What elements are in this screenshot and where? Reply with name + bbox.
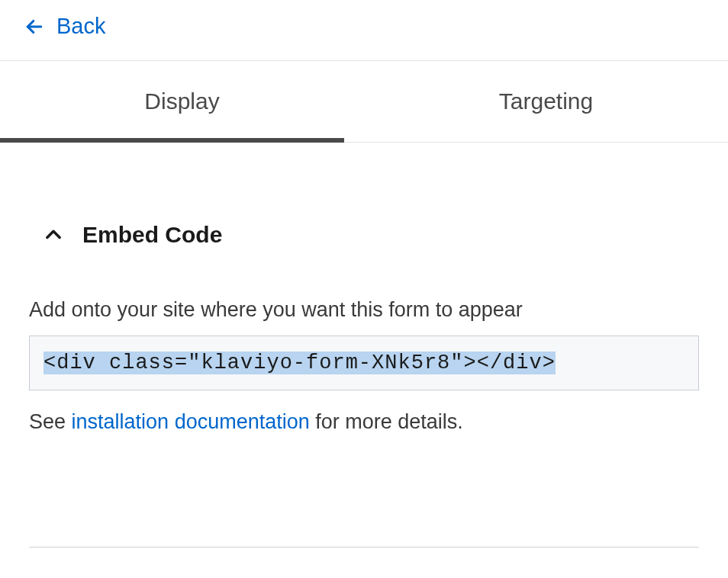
embed-code-box[interactable]: <div class="klaviyo-form-XNk5r8"></div> — [29, 336, 699, 390]
chevron-up-icon — [43, 224, 64, 246]
section-title: Embed Code — [82, 222, 222, 248]
content-area: Embed Code Add onto your site where you … — [0, 143, 728, 547]
tab-targeting[interactable]: Targeting — [364, 61, 728, 142]
tab-display-label: Display — [144, 88, 219, 114]
help-suffix: for more details. — [310, 410, 463, 433]
tab-display[interactable]: Display — [0, 61, 364, 142]
section-divider — [29, 547, 699, 547]
embed-instruction: Add onto your site where you want this f… — [29, 298, 699, 322]
help-text: See installation documentation for more … — [29, 410, 699, 434]
installation-doc-link[interactable]: installation documentation — [72, 410, 310, 433]
tab-bar: Display Targeting — [0, 60, 728, 143]
section-toggle[interactable]: Embed Code — [29, 222, 699, 248]
back-link[interactable]: Back — [0, 0, 128, 60]
arrow-left-icon — [23, 15, 46, 38]
embed-code-text: <div class="klaviyo-form-XNk5r8"></div> — [43, 352, 556, 374]
tab-targeting-label: Targeting — [499, 88, 593, 114]
back-label: Back — [56, 14, 105, 39]
help-prefix: See — [29, 410, 72, 433]
